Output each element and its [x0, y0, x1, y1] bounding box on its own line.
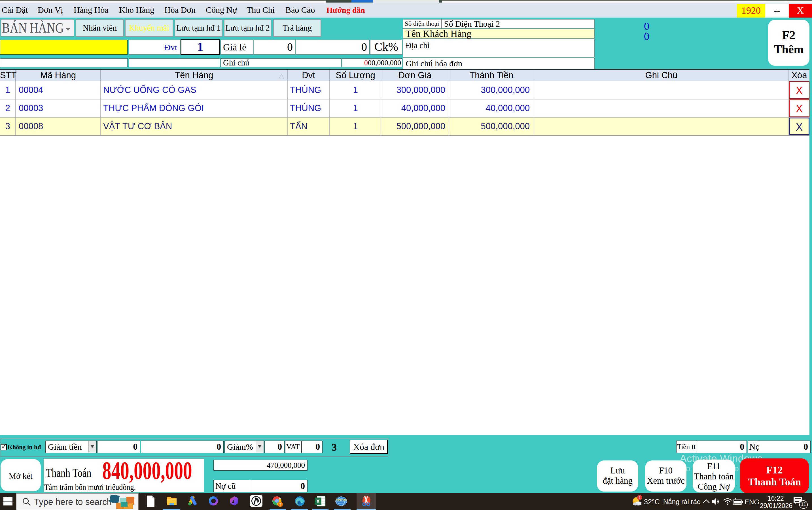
svg-text:T: T [279, 503, 282, 507]
svg-text:TOÀN CẦU: TOÀN CẦU [336, 499, 347, 501]
svg-text:X: X [316, 499, 320, 504]
svg-text:1: 1 [639, 496, 641, 500]
